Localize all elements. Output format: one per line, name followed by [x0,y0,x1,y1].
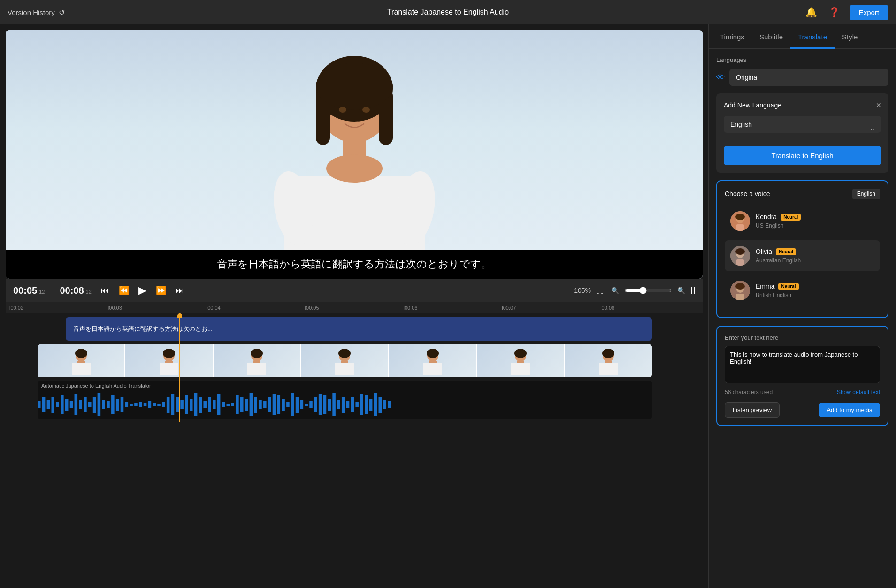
svg-rect-99 [305,404,308,406]
svg-rect-91 [268,397,271,412]
svg-rect-44 [51,397,54,413]
notifications-button[interactable]: 🔔 [804,5,819,20]
voice-item-emma[interactable]: Emma Neural British English [725,275,880,306]
svg-rect-24 [247,363,266,375]
zoom-out-button[interactable]: 🔍 [609,285,621,296]
audio-waveform [38,390,652,419]
voice-info-kendra: Kendra Neural US English [756,213,874,229]
svg-rect-93 [277,395,281,414]
svg-rect-95 [286,402,290,407]
svg-point-34 [514,349,527,358]
text-input[interactable]: This is how to translate audio from Japa… [725,346,880,383]
svg-rect-109 [351,397,354,412]
svg-rect-98 [300,400,304,409]
voice-item-kendra[interactable]: Kendra Neural US English [725,206,880,237]
svg-rect-42 [42,397,46,412]
zoom-controls: 105% ⛶ 🔍 🔍 [574,285,695,297]
svg-rect-116 [383,400,386,409]
subtitle-track-text: 音声を日本語から英語に翻訳する方法は次のとお... [73,325,213,333]
voice-info-emma: Emma Neural British English [756,283,874,298]
show-default-link[interactable]: Show default text [837,389,880,396]
neural-badge-emma: Neural [778,283,798,290]
svg-rect-59 [121,397,124,412]
tab-style[interactable]: Style [835,24,865,49]
listen-preview-button[interactable]: Listen preview [725,402,780,418]
tab-translate[interactable]: Translate [790,24,835,49]
svg-rect-121 [736,224,744,231]
svg-rect-63 [139,402,142,407]
voice-name-kendra: Kendra [756,213,777,221]
svg-rect-101 [314,397,317,412]
svg-rect-100 [309,401,313,408]
eye-icon[interactable]: 👁 [716,73,725,83]
language-select-wrapper: English Spanish French German [724,116,881,139]
svg-point-12 [362,107,370,113]
subtitle-overlay: 音声を日本語から英語に翻訳する方法は次のとおりです。 [6,250,703,279]
zoom-in-button[interactable]: 🔍 [675,285,687,296]
person-silhouette [246,49,462,279]
svg-rect-74 [190,399,193,411]
close-add-lang-button[interactable]: × [876,101,881,109]
text-input-card: Enter your text here This is how to tran… [716,326,888,426]
tab-subtitle[interactable]: Subtitle [752,24,790,49]
svg-point-14 [75,349,87,358]
svg-rect-36 [511,363,530,375]
svg-rect-62 [134,403,138,406]
help-button[interactable]: ❓ [827,5,842,20]
main-layout: 音声を日本語から英語に翻訳する方法は次のとおりです。 00:05 12 00:0… [0,24,896,588]
svg-rect-88 [254,397,257,413]
export-button[interactable]: Export [850,5,888,20]
thumbnail-cell [38,344,124,377]
thumbnail-cell [214,344,300,377]
svg-rect-75 [194,393,198,416]
zoom-slider[interactable] [625,287,672,294]
language-dropdown[interactable]: English Spanish French German [724,116,881,133]
pause-icon [691,287,695,294]
add-to-media-button[interactable]: Add to my media [819,403,880,417]
ruler-marks: l00:02 l00:03 l00:04 l00:05 l00:06 l00:0… [9,305,699,311]
skip-start-button[interactable]: ⏮ [99,284,111,298]
svg-rect-71 [176,397,179,412]
panel-content: Languages 👁 Original Add New Language × … [709,49,896,588]
svg-rect-67 [157,404,161,406]
svg-point-124 [735,248,745,255]
play-button[interactable]: ▶ [137,283,148,298]
svg-rect-87 [250,393,253,416]
svg-rect-58 [116,399,119,411]
ruler-mark: l00:06 [403,305,502,311]
timeline-content: 音声を日本語から英語に翻訳する方法は次のとお... [6,313,703,422]
add-lang-header: Add New Language × [724,101,881,109]
svg-rect-107 [342,397,345,413]
svg-rect-108 [346,401,350,408]
time-current: 00:05 12 [13,285,45,296]
svg-point-4 [316,63,393,110]
svg-rect-92 [273,394,276,415]
svg-rect-49 [75,394,78,415]
version-history[interactable]: Version History ↺ [8,8,65,17]
voice-desc-kendra: US English [756,222,874,229]
svg-rect-46 [61,395,64,414]
video-container: 音声を日本語から英語に翻訳する方法は次のとおりです。 [6,30,703,279]
rewind-button[interactable]: ⏪ [117,283,131,298]
svg-rect-103 [323,395,327,414]
voice-language-button[interactable]: English [852,189,880,199]
svg-rect-114 [374,393,377,416]
voice-item-olivia[interactable]: Olivia Neural Australian English [725,240,880,271]
subtitle-track[interactable]: 音声を日本語から英語に翻訳する方法は次のとお... [66,317,652,341]
video-area: 音声を日本語から英語に翻訳する方法は次のとおりです。 00:05 12 00:0… [0,24,708,588]
fast-forward-button[interactable]: ⏩ [154,283,168,298]
playhead[interactable] [179,313,180,422]
history-icon: ↺ [59,8,65,17]
translate-button[interactable]: Translate to English [724,146,881,165]
fullscreen-button[interactable]: ⛶ [595,285,605,297]
svg-rect-115 [378,397,382,413]
svg-rect-117 [388,401,391,408]
tab-timings[interactable]: Timings [712,24,752,49]
voice-title: Choose a voice [725,190,770,198]
svg-rect-110 [355,402,359,407]
skip-end-button[interactable]: ⏭ [174,284,186,298]
svg-point-128 [735,283,745,290]
svg-rect-80 [217,394,221,415]
svg-rect-106 [337,400,340,409]
svg-rect-105 [332,393,336,416]
